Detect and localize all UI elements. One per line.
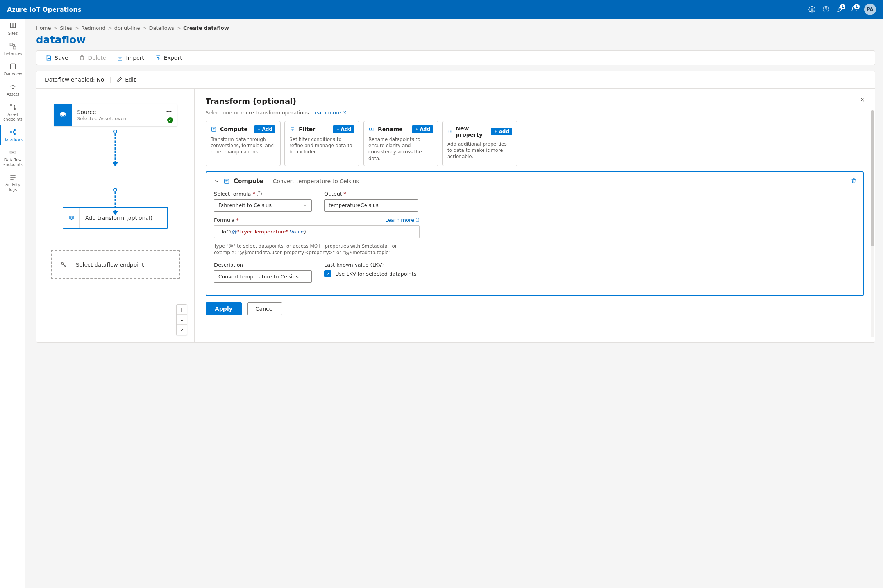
learn-more-link[interactable]: Learn more (312, 110, 347, 116)
zoom-fit-button[interactable]: ⤢ (177, 325, 187, 335)
lkv-checkbox[interactable] (324, 270, 331, 277)
output-input[interactable] (324, 199, 418, 212)
compute-icon (223, 178, 230, 184)
panel-subtitle: Select one or more transform operations.… (206, 110, 864, 116)
zoom-controls: + – ⤢ (176, 304, 187, 335)
sidebar-item-sites[interactable]: Sites (0, 19, 25, 39)
feedback-icon[interactable]: 1 (836, 5, 844, 13)
dataflow-icon (9, 128, 17, 136)
export-button[interactable]: Export (155, 55, 182, 61)
zoom-out-button[interactable]: – (177, 315, 187, 325)
split-pane: Source Selected Asset: oven ⋯ Add transf… (36, 89, 875, 342)
svg-rect-14 (69, 217, 70, 219)
sidebar-item-instances[interactable]: Instances (0, 39, 25, 59)
add-compute-button[interactable]: Add (254, 125, 275, 133)
svg-point-7 (10, 104, 11, 105)
crumb-site[interactable]: Redmond (81, 25, 105, 31)
svg-rect-5 (10, 64, 15, 69)
lkv-field: Last known value (LKV) Use LKV for selec… (324, 262, 855, 283)
formula-dropdown[interactable]: Fahrenheit to Celsius (214, 199, 312, 212)
apply-button[interactable]: Apply (206, 302, 242, 315)
add-rename-button[interactable]: Add (412, 125, 433, 133)
asset-endpoints-icon (9, 103, 17, 111)
compute-block-header: Compute | Convert temperature to Celsius (214, 178, 855, 185)
description-input[interactable] (214, 270, 312, 283)
op-rename-name: Rename (368, 126, 403, 132)
svg-rect-20 (372, 128, 374, 130)
sidebar-item-dataflows[interactable]: Dataflows (0, 125, 25, 145)
node-title: Source (77, 109, 172, 115)
add-filter-button[interactable]: Add (333, 125, 354, 133)
crumb-sites[interactable]: Sites (60, 25, 72, 31)
svg-rect-19 (370, 128, 372, 130)
save-button[interactable]: Save (46, 55, 68, 61)
formula-learn-more-link[interactable]: Learn more (385, 217, 420, 223)
svg-rect-15 (71, 216, 72, 220)
import-button[interactable]: Import (117, 55, 144, 61)
op-desc: Add additional properties to data to mak… (447, 141, 512, 160)
avatar[interactable]: PA (864, 4, 876, 15)
source-node[interactable]: Source Selected Asset: oven ⋯ (54, 104, 177, 126)
node-subtitle: Selected Asset: oven (77, 116, 172, 121)
svg-point-17 (61, 262, 63, 264)
svg-rect-4 (13, 46, 16, 49)
sidebar-item-label: Overview (4, 72, 22, 77)
crumb-dataflows[interactable]: Dataflows (149, 25, 175, 31)
op-desc: Transform data through conversions, form… (211, 136, 275, 155)
crumb-home[interactable]: Home (36, 25, 51, 31)
transform-icon (63, 208, 80, 228)
workspace: Home> Sites> Redmond> donut-line> Datafl… (25, 19, 883, 588)
svg-rect-21 (225, 179, 229, 183)
op-newproperty-name: New property (447, 125, 491, 138)
info-icon[interactable]: i (257, 191, 262, 196)
crumb-current: Create dataflow (183, 25, 229, 31)
sidebar-item-overview[interactable]: Overview (0, 59, 25, 80)
help-icon[interactable] (822, 5, 830, 13)
assets-icon (9, 83, 17, 91)
node-menu-icon[interactable]: ⋯ (166, 108, 172, 114)
sidebar-item-assets[interactable]: Assets (0, 80, 25, 100)
lkv-check-label: Use LKV for selected datapoints (335, 271, 416, 277)
main-card: Dataflow enabled: No Edit Source Selecte… (36, 71, 875, 343)
op-compute-name: Compute (211, 126, 248, 132)
delete-compute-button[interactable] (851, 178, 857, 185)
feedback-badge: 1 (840, 4, 845, 9)
check-icon (167, 117, 173, 123)
sidebar-item-label: Instances (4, 52, 22, 56)
svg-point-6 (12, 88, 13, 89)
edit-status-button[interactable]: Edit (110, 77, 136, 83)
sidebar-item-activity-logs[interactable]: Activity logs (0, 170, 25, 195)
sidebar-item-label: Sites (8, 31, 18, 36)
transform-panel: Transform (optional) Select one or more … (195, 89, 875, 342)
select-endpoint-node[interactable]: Select dataflow endpoint (51, 250, 180, 279)
zoom-in-button[interactable]: + (177, 305, 187, 315)
endpoint-icon (52, 261, 76, 269)
crumb-instance[interactable]: donut-line (114, 25, 140, 31)
compute-type-label: Compute (234, 178, 263, 185)
add-newproperty-button[interactable]: Add (491, 128, 512, 135)
op-newproperty-card: New propertyAdd Add additional propertie… (442, 121, 517, 166)
output-field: Output * (324, 191, 418, 212)
header-actions: 1 1 PA (808, 4, 876, 15)
sidebar-item-dataflow-endpoints[interactable]: Dataflow endpoints (0, 145, 25, 170)
close-icon[interactable] (859, 96, 865, 104)
bell-icon[interactable]: 1 (850, 5, 858, 13)
formula-hint: Type "@" to select datapoints, or access… (214, 243, 420, 256)
operations-grid: ComputeAdd Transform data through conver… (206, 121, 864, 166)
svg-rect-13 (14, 151, 16, 153)
op-desc: Set filter conditions to refine and mana… (290, 136, 354, 155)
book-icon (9, 22, 17, 30)
svg-point-8 (14, 108, 15, 109)
sidebar-item-label: Dataflows (3, 137, 23, 142)
formula-input[interactable]: fToC(@"Fryer Temperature".Value) (214, 225, 420, 238)
dataflow-enabled-status: Dataflow enabled: No (45, 77, 104, 83)
sidebar-item-asset-endpoints[interactable]: Asset endpoints (0, 100, 25, 125)
gear-icon[interactable] (808, 5, 816, 13)
description-field: Description (214, 262, 312, 283)
op-filter-card: FilterAdd Set filter conditions to refin… (284, 121, 359, 166)
chevron-down-icon[interactable] (214, 178, 220, 184)
cancel-button[interactable]: Cancel (247, 302, 282, 315)
svg-rect-12 (10, 151, 12, 153)
svg-point-10 (14, 129, 15, 130)
scrollbar[interactable] (871, 110, 874, 337)
